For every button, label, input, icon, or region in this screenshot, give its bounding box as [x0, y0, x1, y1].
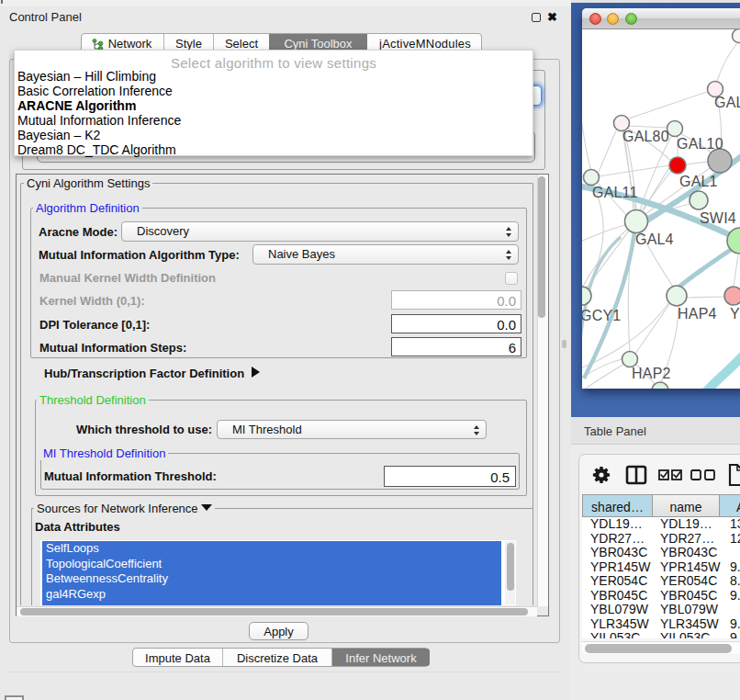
svg-text:GAL1: GAL1: [679, 174, 718, 189]
svg-text:YE: YE: [730, 306, 740, 322]
svg-text:GAL2: GAL2: [714, 95, 740, 110]
svg-text:HAP4: HAP4: [678, 306, 717, 322]
svg-text:GAL80: GAL80: [622, 129, 669, 144]
svg-text:HAP2: HAP2: [632, 366, 671, 381]
svg-text:GAL4: GAL4: [635, 231, 674, 247]
svg-text:SWI4: SWI4: [700, 210, 736, 226]
svg-text:GAL11: GAL11: [592, 185, 638, 200]
svg-text:GCY1: GCY1: [582, 308, 621, 323]
svg-text:GAL10: GAL10: [677, 136, 723, 152]
